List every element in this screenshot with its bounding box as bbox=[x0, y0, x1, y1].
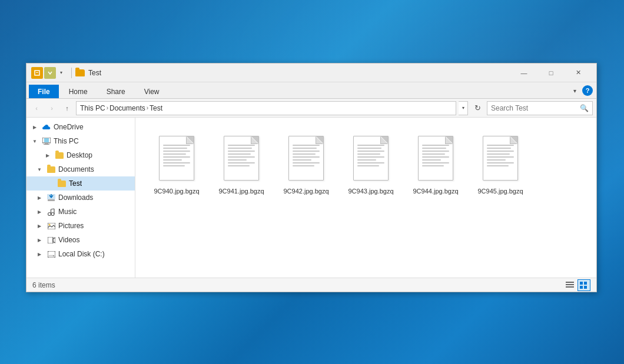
up-button[interactable]: ↑ bbox=[61, 102, 74, 115]
expand-desktop-icon[interactable]: ▶ bbox=[43, 151, 52, 160]
maximize-button[interactable]: □ bbox=[537, 64, 565, 82]
breadcrumb: This PC › Documents › Test bbox=[80, 104, 162, 112]
sidebar-label-videos: Videos bbox=[58, 236, 79, 244]
address-bar[interactable]: This PC › Documents › Test bbox=[76, 101, 456, 115]
file-doc-icon bbox=[288, 136, 324, 181]
sidebar-item-onedrive[interactable]: ▶ OneDrive bbox=[26, 120, 135, 134]
breadcrumb-sep-2: › bbox=[147, 105, 148, 111]
file-name: 9C945.jpg.bgzq bbox=[477, 187, 523, 195]
window-icon bbox=[75, 68, 85, 78]
sidebar-item-downloads[interactable]: ▶ Downloads bbox=[26, 191, 135, 205]
expand-documents-icon[interactable]: ▼ bbox=[35, 165, 44, 174]
documents-folder-icon bbox=[47, 165, 56, 174]
quick-access-dropdown[interactable]: ▾ bbox=[57, 67, 65, 79]
quick-access-btn-2[interactable] bbox=[44, 67, 56, 79]
search-input[interactable] bbox=[491, 104, 579, 112]
file-name: 9C941.jpg.bgzq bbox=[218, 187, 264, 195]
sidebar-item-local-disk[interactable]: ▶ Local Disk (C:) bbox=[26, 247, 135, 261]
expand-this-pc-icon[interactable]: ▼ bbox=[30, 136, 39, 146]
minimize-button[interactable]: — bbox=[510, 64, 537, 82]
title-bar: ▾ Test — □ ✕ bbox=[26, 64, 596, 82]
ribbon-end-controls: ▾ ? bbox=[569, 85, 596, 98]
tab-file[interactable]: File bbox=[29, 85, 59, 98]
file-area[interactable]: 9C940.jpg.bgzq 9C941.jpg. bbox=[135, 118, 596, 278]
file-item[interactable]: 9C942.jpg.bgzq bbox=[277, 129, 336, 198]
sidebar-label-this-pc: This PC bbox=[54, 137, 79, 145]
expand-videos-icon[interactable]: ▶ bbox=[35, 235, 44, 245]
sidebar: ▶ OneDrive ▼ This PC ▶ Deskto bbox=[26, 118, 135, 278]
address-dropdown-button[interactable]: ▾ bbox=[459, 101, 468, 115]
file-name: 9C943.jpg.bgzq bbox=[348, 187, 393, 195]
breadcrumb-documents[interactable]: Documents bbox=[109, 104, 145, 112]
tab-share[interactable]: Share bbox=[98, 85, 134, 98]
breadcrumb-test[interactable]: Test bbox=[150, 104, 162, 112]
view-buttons bbox=[563, 279, 590, 291]
sidebar-item-music[interactable]: ▶ Music bbox=[26, 205, 135, 219]
svg-rect-5 bbox=[44, 144, 49, 145]
pictures-icon bbox=[47, 221, 56, 231]
details-view-button[interactable] bbox=[563, 279, 576, 291]
svg-line-11 bbox=[51, 209, 55, 209]
sidebar-label-onedrive: OneDrive bbox=[54, 123, 84, 131]
ribbon-collapse-button[interactable]: ▾ bbox=[569, 85, 580, 96]
sidebar-item-pictures[interactable]: ▶ Pictures bbox=[26, 219, 135, 233]
sidebar-item-this-pc[interactable]: ▼ This PC bbox=[26, 134, 135, 148]
item-count: 6 items bbox=[32, 281, 55, 289]
svg-rect-22 bbox=[566, 286, 574, 288]
expand-music-icon[interactable]: ▶ bbox=[35, 207, 44, 216]
file-doc-icon bbox=[483, 136, 518, 181]
ribbon-tabs: File Home Share View ▾ ? bbox=[26, 82, 596, 99]
svg-rect-25 bbox=[580, 286, 583, 289]
videos-icon bbox=[47, 235, 56, 245]
hdd-icon bbox=[47, 249, 56, 259]
file-item[interactable]: 9C940.jpg.bgzq bbox=[147, 129, 206, 198]
refresh-button[interactable]: ↻ bbox=[470, 101, 484, 115]
file-name: 9C940.jpg.bgzq bbox=[154, 187, 199, 195]
svg-point-9 bbox=[48, 212, 51, 215]
ribbon-help-button[interactable]: ? bbox=[582, 85, 593, 96]
title-divider bbox=[71, 68, 72, 78]
file-doc-icon bbox=[224, 136, 259, 181]
breadcrumb-sep-1: › bbox=[107, 105, 108, 111]
expand-pictures-icon[interactable]: ▶ bbox=[35, 221, 44, 231]
main-area: ▶ OneDrive ▼ This PC ▶ Deskto bbox=[26, 118, 596, 278]
svg-rect-20 bbox=[566, 282, 574, 283]
svg-rect-21 bbox=[566, 284, 574, 285]
explorer-window: ▾ Test — □ ✕ File Home Share View ▾ ? ‹ … bbox=[26, 63, 597, 292]
music-icon bbox=[47, 207, 56, 216]
downloads-icon bbox=[47, 193, 56, 202]
file-item[interactable]: 9C943.jpg.bgzq bbox=[341, 129, 400, 198]
sidebar-label-music: Music bbox=[58, 208, 77, 216]
search-icon[interactable]: 🔍 bbox=[579, 103, 589, 113]
file-name: 9C944.jpg.bgzq bbox=[413, 187, 458, 195]
sidebar-label-test: Test bbox=[69, 179, 82, 188]
forward-button[interactable]: › bbox=[45, 102, 58, 115]
large-icons-view-button[interactable] bbox=[577, 279, 590, 291]
quick-access-toolbar: ▾ bbox=[31, 67, 65, 79]
sidebar-item-test[interactable]: Test bbox=[26, 176, 135, 191]
window-controls: — □ ✕ bbox=[510, 64, 592, 82]
sidebar-item-videos[interactable]: ▶ Videos bbox=[26, 233, 135, 247]
tab-view[interactable]: View bbox=[135, 85, 168, 98]
file-name: 9C942.jpg.bgzq bbox=[283, 187, 328, 195]
sidebar-item-documents[interactable]: ▼ Documents bbox=[26, 162, 135, 176]
tab-home[interactable]: Home bbox=[60, 85, 97, 98]
close-button[interactable]: ✕ bbox=[565, 64, 592, 82]
desktop-folder-icon bbox=[55, 151, 64, 160]
breadcrumb-this-pc[interactable]: This PC bbox=[80, 104, 105, 112]
sidebar-item-desktop[interactable]: ▶ Desktop bbox=[26, 148, 135, 162]
file-item[interactable]: 9C945.jpg.bgzq bbox=[471, 129, 530, 198]
expand-local-disk-icon[interactable]: ▶ bbox=[35, 249, 44, 259]
file-item[interactable]: 9C941.jpg.bgzq bbox=[212, 129, 271, 198]
sidebar-label-desktop: Desktop bbox=[67, 151, 92, 159]
quick-access-btn-1[interactable] bbox=[31, 67, 43, 79]
onedrive-icon bbox=[42, 122, 51, 132]
svg-rect-26 bbox=[584, 286, 587, 289]
window-title: Test bbox=[88, 69, 510, 77]
expand-onedrive-icon[interactable]: ▶ bbox=[30, 122, 39, 132]
back-button[interactable]: ‹ bbox=[30, 102, 43, 115]
svg-rect-4 bbox=[45, 143, 48, 144]
file-item[interactable]: 9C944.jpg.bgzq bbox=[406, 129, 465, 198]
file-thumbnail bbox=[479, 132, 522, 185]
expand-downloads-icon[interactable]: ▶ bbox=[35, 193, 44, 202]
